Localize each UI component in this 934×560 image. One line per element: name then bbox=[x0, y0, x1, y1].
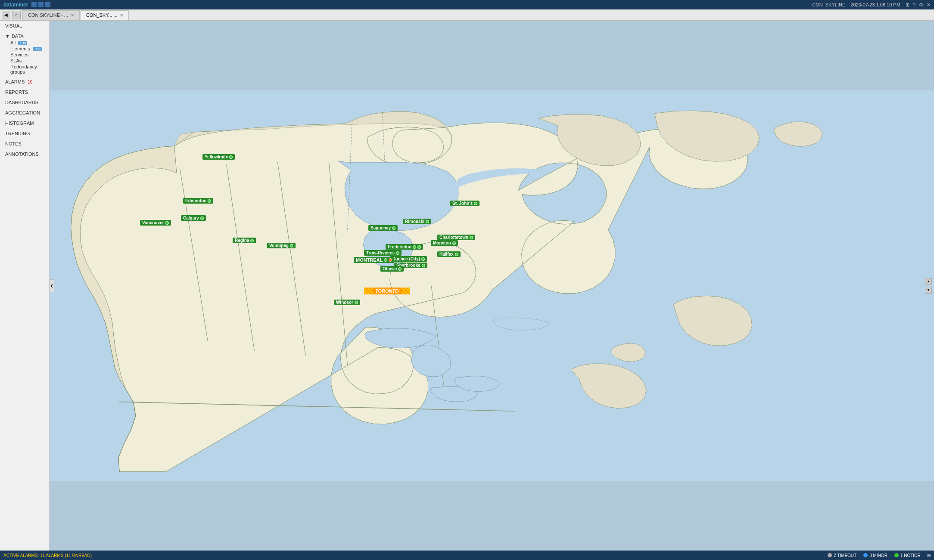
sidebar-reports-section: REPORTS bbox=[0, 87, 49, 97]
sidebar-item-reports-label: REPORTS bbox=[5, 90, 28, 95]
status-right: 2 TIMEOUT 8 MINOR 1 NOTICE ⊞ bbox=[828, 553, 931, 558]
windsor-name: Windsor bbox=[336, 300, 353, 305]
yellowknife-status bbox=[229, 155, 233, 159]
map-scroll-controls: ▲ ▼ bbox=[925, 278, 932, 294]
fredericton-name: Fredericton bbox=[388, 244, 411, 249]
trois-rivieres-name: Trois-Rivieres bbox=[366, 251, 395, 255]
city-edmonton[interactable]: Edmonton bbox=[183, 198, 213, 204]
city-trois-rivieres[interactable]: Trois-Rivieres bbox=[364, 250, 402, 256]
sidebar-item-annotations[interactable]: ANNOTATIONS bbox=[3, 151, 46, 158]
titlebar-datetime: 2020-07-23 1:06:10 PM bbox=[850, 2, 900, 7]
settings-icon[interactable]: ⚙ bbox=[919, 2, 923, 8]
charlottetown-name: Charlottetown bbox=[439, 235, 468, 240]
sidebar-elements-badge: 109 bbox=[33, 47, 42, 51]
sidebar-collapse-button[interactable]: ❮ bbox=[49, 279, 54, 292]
sidebar-annotations-section: ANNOTATIONS bbox=[0, 149, 49, 159]
windsor-status bbox=[355, 301, 358, 304]
city-toronto[interactable]: TORONTO bbox=[364, 288, 410, 294]
sherbrooke-status bbox=[422, 264, 425, 267]
scroll-down-button[interactable]: ▼ bbox=[925, 287, 932, 294]
sidebar-item-services-label: Services bbox=[10, 52, 28, 57]
tab-1[interactable]: CON SKYLINE - ... ✕ bbox=[22, 10, 80, 20]
minor-icon bbox=[863, 553, 868, 557]
sidebar-item-services[interactable]: Services bbox=[3, 52, 46, 58]
city-quebec[interactable]: Quebec (City) bbox=[390, 256, 427, 262]
sidebar-all-badge: 109 bbox=[18, 41, 27, 45]
city-calgary[interactable]: Calgary bbox=[181, 215, 206, 221]
titlebar-user: CON_SKYLINE bbox=[812, 2, 845, 7]
toronto-stripes bbox=[364, 288, 373, 294]
sidebar-item-data[interactable]: ▼ DATA bbox=[3, 33, 46, 40]
sidebar-trending-section: TRENDING bbox=[0, 128, 49, 139]
city-regina[interactable]: Regina bbox=[233, 238, 256, 243]
sidebar-item-redundancy-label: Redundancy groups bbox=[10, 64, 37, 74]
tab-2-close[interactable]: ✕ bbox=[120, 13, 123, 18]
sidebar-item-aggregation-label: AGGREGATION bbox=[5, 110, 40, 115]
main-layout: ❮ VISUAL ▼ DATA All 109 Elements 109 Ser… bbox=[0, 21, 934, 551]
tabbar: ◀ ⌂ CON SKYLINE - ... ✕ CON_SKY... ... ✕ bbox=[0, 9, 934, 21]
moncton-status bbox=[452, 241, 456, 245]
help-icon[interactable]: ? bbox=[913, 2, 915, 8]
sidebar-item-visual-label: VISUAL bbox=[5, 23, 22, 28]
sidebar-item-histogram-label: HISTOGRAM bbox=[5, 121, 34, 126]
sidebar-item-slas[interactable]: SLAs bbox=[3, 58, 46, 64]
city-montreal[interactable]: MONTREAL bbox=[354, 257, 394, 263]
app-logo: dataminer bbox=[3, 2, 28, 8]
halifax-status bbox=[455, 253, 458, 256]
sidebar-alarms-section: ALARMS 10 bbox=[0, 77, 49, 87]
status-notice: 1 NOTICE bbox=[894, 553, 920, 558]
sidebar-item-dashboards-label: DASHBOARDS bbox=[5, 100, 38, 105]
tab-2[interactable]: CON_SKY... ... ✕ bbox=[81, 10, 129, 20]
city-halifax[interactable]: Halifax bbox=[437, 251, 461, 257]
sidebar-item-notes[interactable]: NOTES bbox=[3, 140, 46, 147]
city-ottawa[interactable]: Ottawa bbox=[380, 266, 404, 272]
sidebar-item-notes-label: NOTES bbox=[5, 141, 22, 146]
sidebar-data-section: ▼ DATA All 109 Elements 109 Services SLA… bbox=[0, 31, 49, 77]
quebec-name: Quebec (City) bbox=[392, 257, 420, 261]
tab-1-close[interactable]: ✕ bbox=[71, 13, 74, 18]
calgary-status bbox=[200, 217, 204, 220]
sidebar-item-all[interactable]: All 109 bbox=[3, 40, 46, 46]
sidebar-item-visual[interactable]: VISUAL bbox=[3, 22, 46, 29]
vancouver-name: Vancouver bbox=[142, 220, 164, 225]
grid-icon[interactable]: ⊞ bbox=[906, 2, 909, 8]
winnipeg-status bbox=[290, 244, 293, 248]
city-charlottetown[interactable]: Charlottetown bbox=[437, 235, 475, 240]
sidebar-notes-section: NOTES bbox=[0, 139, 49, 149]
sidebar-histogram-section: HISTOGRAM bbox=[0, 118, 49, 128]
sidebar-item-aggregation[interactable]: AGGREGATION bbox=[3, 109, 46, 116]
sidebar-item-dashboards[interactable]: DASHBOARDS bbox=[3, 99, 46, 106]
titlebar-dots bbox=[31, 2, 50, 7]
city-fredericton[interactable]: Fredericton bbox=[386, 244, 423, 250]
city-winnipeg[interactable]: Winnipeg bbox=[267, 243, 296, 248]
sidebar-item-redundancy[interactable]: Redundancy groups bbox=[3, 64, 46, 75]
sidebar-item-reports[interactable]: REPORTS bbox=[3, 89, 46, 96]
city-moncton[interactable]: Moncton bbox=[431, 240, 458, 246]
timeout-icon bbox=[828, 553, 832, 557]
city-yellowknife[interactable]: Yellowknife bbox=[202, 154, 235, 160]
resize-icon[interactable]: ⊞ bbox=[927, 553, 931, 558]
sidebar-item-alarms[interactable]: ALARMS 10 bbox=[3, 78, 46, 85]
city-saguenay[interactable]: Saguenay bbox=[368, 225, 398, 231]
tab-home-button[interactable]: ⌂ bbox=[12, 11, 21, 19]
titlebar-dot-1 bbox=[31, 2, 37, 7]
city-windsor[interactable]: Windsor bbox=[334, 300, 360, 305]
quebec-status bbox=[421, 257, 425, 261]
sidebar-item-histogram[interactable]: HISTOGRAM bbox=[3, 120, 46, 127]
sidebar-item-trending[interactable]: TRENDING bbox=[3, 130, 46, 137]
sidebar-item-elements[interactable]: Elements 109 bbox=[3, 46, 46, 52]
sidebar: ❮ VISUAL ▼ DATA All 109 Elements 109 Ser… bbox=[0, 21, 50, 551]
tab-back-button[interactable]: ◀ bbox=[2, 11, 10, 19]
close-icon[interactable]: ✕ bbox=[927, 2, 931, 8]
scroll-up-button[interactable]: ▲ bbox=[925, 278, 932, 285]
map-area[interactable]: Yellowknife Edmonton Calgary Vancouver R… bbox=[50, 21, 934, 551]
rimouski-name: Rimouski bbox=[405, 219, 424, 224]
vancouver-status bbox=[165, 221, 169, 225]
sidebar-visual-section: VISUAL bbox=[0, 21, 49, 31]
statusbar: ACTIVE ALARMS: 11 ALARMS (11 UNREAD) 2 T… bbox=[0, 551, 934, 560]
city-vancouver[interactable]: Vancouver bbox=[140, 220, 171, 226]
city-stjohns[interactable]: St. John's bbox=[450, 201, 479, 206]
city-rimouski[interactable]: Rimouski bbox=[403, 219, 431, 224]
fredericton-status2 bbox=[417, 245, 421, 249]
montreal-status bbox=[384, 258, 387, 262]
